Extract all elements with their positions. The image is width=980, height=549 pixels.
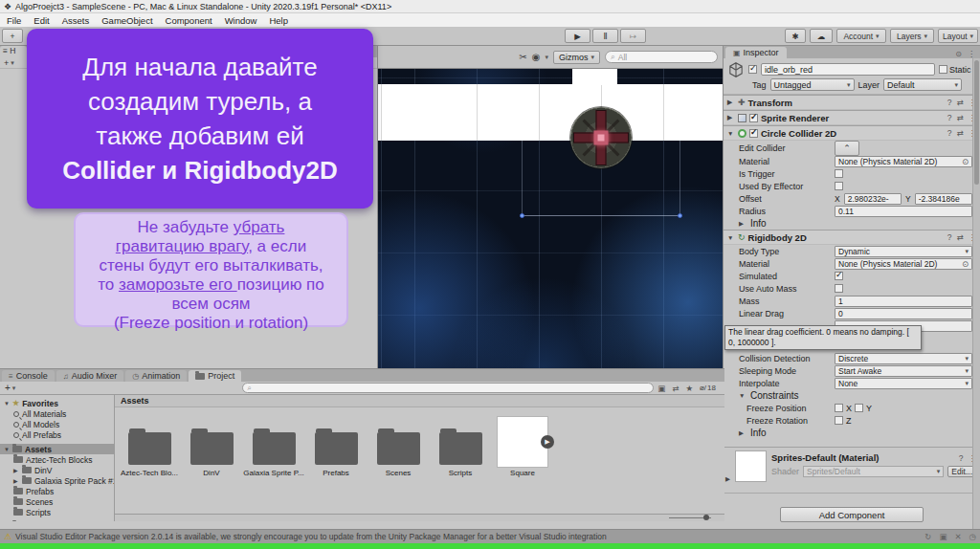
collab-button[interactable]: ✱ (785, 29, 806, 43)
kebab-menu-icon[interactable]: ⋮ (968, 50, 975, 58)
freeze-position-x-checkbox[interactable] (835, 404, 843, 412)
is-trigger-checkbox[interactable] (835, 169, 843, 178)
body-type-dropdown[interactable]: Dynamic ▾ (835, 246, 972, 257)
thumbnail-size-slider[interactable] (669, 517, 711, 518)
mass-field[interactable]: 1 (835, 296, 972, 307)
tree-all-models[interactable]: All Models (0, 419, 114, 429)
tab-project[interactable]: Project (189, 370, 241, 382)
preset-icon[interactable]: ⇄ (956, 98, 963, 107)
tree-scenes[interactable]: Scenes (0, 496, 114, 507)
shader-dropdown[interactable]: Sprites/Default ▾ (803, 466, 944, 477)
radius-field[interactable]: 0.11 (835, 206, 972, 217)
offset-x-field[interactable]: 2.980232e- (844, 193, 902, 205)
asset-square-sprite[interactable]: ▶ Square (492, 415, 553, 477)
turret-sprite[interactable] (570, 107, 632, 168)
interpolate-dropdown[interactable]: None ▾ (835, 378, 972, 389)
circle-collider-component-header[interactable]: ▼ Circle Collider 2D ? ⇄ ⋮ (724, 125, 980, 141)
material-object-field[interactable]: None (Physics Material 2D) ⊙ (835, 156, 972, 167)
tab-animation[interactable]: ◷ Animation (125, 370, 187, 382)
hidden-packages-toggle[interactable]: ⌀/ 18 (700, 384, 716, 392)
gameobject-active-checkbox[interactable] (748, 65, 757, 74)
tab-inspector[interactable]: ▣ Inspector (725, 47, 787, 58)
status-message[interactable]: Visual Studio Editor Package version 2.0… (15, 532, 607, 541)
sprite-renderer-enabled-checkbox[interactable] (749, 114, 758, 122)
used-by-effector-checkbox[interactable] (835, 182, 843, 190)
menu-window[interactable]: Window (225, 15, 257, 26)
layout-dropdown[interactable]: Layout ▾ (938, 29, 978, 43)
foldout-icon[interactable]: ▶ (13, 477, 19, 484)
material-thumbnail[interactable] (735, 450, 767, 482)
tree-packages[interactable]: ▶ Packages (0, 520, 114, 521)
tree-all-prefabs[interactable]: All Prefabs (0, 429, 114, 440)
save-search-icon[interactable]: ★ (685, 384, 693, 393)
foldout-icon[interactable]: ▶ (739, 429, 746, 437)
menu-edit[interactable]: Edit (33, 15, 49, 26)
tab-hierarchy[interactable]: ≡ H (0, 46, 27, 57)
inspector-scrollbar[interactable] (972, 58, 980, 529)
asset-folder-aztec[interactable]: Aztec-Tech Blo... (119, 415, 180, 477)
foldout-icon[interactable]: ▼ (727, 130, 735, 137)
collider-handle-right[interactable] (678, 213, 682, 218)
lock-icon[interactable]: ⊙ (955, 50, 962, 58)
menu-gameobject[interactable]: GameObject (101, 15, 152, 26)
preset-icon[interactable]: ⇄ (956, 128, 963, 138)
gizmos-dropdown[interactable]: Gizmos ▾ (553, 51, 600, 64)
foldout-icon[interactable]: ▼ (727, 234, 735, 241)
play-button[interactable]: ▶ (565, 29, 590, 43)
tree-prefabs[interactable]: Prefabs (0, 486, 114, 496)
search-by-type-icon[interactable]: ▣ (657, 384, 665, 393)
simulated-checkbox[interactable] (835, 272, 843, 280)
menu-file[interactable]: File (7, 15, 21, 26)
foldout-icon[interactable]: ▶ (727, 99, 735, 106)
transform-component-header[interactable]: ▶ ✚ Transform ? ⇄ ⋮ (724, 95, 980, 110)
menu-help[interactable]: Help (269, 15, 288, 26)
asset-folder-dinv[interactable]: DinV (181, 415, 242, 477)
scene-viewport[interactable] (378, 69, 723, 368)
tree-favorites[interactable]: ▼ ★ Favorites (0, 398, 114, 408)
collision-detection-dropdown[interactable]: Discrete ▾ (835, 353, 972, 364)
sprite-renderer-component-header[interactable]: ▶ Sprite Renderer ? ⇄ ⋮ (724, 110, 980, 125)
asset-folder-scenes[interactable]: Scenes (368, 415, 429, 477)
help-icon[interactable]: ? (959, 453, 964, 463)
help-icon[interactable]: ? (947, 113, 952, 122)
tree-aztec-tech-blocks[interactable]: Aztec-Tech Blocks (0, 454, 114, 465)
search-by-label-icon[interactable]: ⇄ (672, 384, 679, 393)
menu-assets[interactable]: Assets (62, 15, 90, 26)
expand-badge[interactable]: ▶ (541, 435, 554, 449)
hand-tool-button[interactable]: + (2, 29, 23, 43)
asset-folder-prefabs[interactable]: Prefabs (305, 415, 367, 477)
pause-button[interactable]: Ⅱ (592, 29, 618, 43)
preset-icon[interactable]: ⇄ (956, 232, 963, 242)
layers-dropdown[interactable]: Layers ▾ (890, 29, 934, 43)
tree-galaxia[interactable]: ▶ Galaxia Sprite Pack #1 (0, 475, 114, 486)
freeze-rotation-z-checkbox[interactable] (835, 416, 843, 425)
preset-icon[interactable]: ⇄ (956, 113, 963, 122)
foldout-icon[interactable]: ▶ (727, 114, 735, 121)
help-icon[interactable]: ? (947, 98, 952, 107)
add-component-button[interactable]: Add Component (780, 507, 924, 522)
foldout-icon[interactable]: ▶ (739, 220, 746, 228)
scene-camera-icon[interactable]: ◉ (532, 52, 541, 62)
collider-handle-left[interactable] (520, 213, 524, 218)
edit-collider-button[interactable]: ⌃ (835, 141, 859, 156)
layer-dropdown[interactable]: Default ▾ (883, 78, 962, 91)
tool-settings-icon[interactable]: ✂ (519, 52, 526, 62)
freeze-position-y-checkbox[interactable] (855, 404, 863, 412)
static-toggle[interactable]: Static ▾ (939, 65, 976, 75)
rb-material-object-field[interactable]: None (Physics Material 2D) ⊙ (835, 258, 972, 270)
help-icon[interactable]: ? (947, 128, 952, 138)
tab-audio-mixer[interactable]: ♫ Audio Mixer (56, 370, 124, 382)
asset-folder-galaxia[interactable]: Galaxia Sprite P... (243, 415, 304, 477)
menu-component[interactable]: Component (166, 15, 212, 26)
project-search-input[interactable]: ⌕ (242, 383, 654, 393)
rigidbody-component-header[interactable]: ▼ ↻ Rigidbody 2D ? ⇄ ⋮ (724, 230, 980, 245)
static-checkbox[interactable] (939, 65, 947, 74)
tree-dinv[interactable]: ▶ DinV (0, 465, 114, 475)
linear-drag-field[interactable]: 0 (835, 308, 972, 319)
project-create-button[interactable]: + ▾ (5, 383, 15, 393)
tree-scripts[interactable]: Scripts (0, 507, 114, 517)
help-icon[interactable]: ? (947, 232, 952, 242)
object-picker-icon[interactable]: ⊙ (962, 259, 969, 269)
object-picker-icon[interactable]: ⊙ (962, 157, 969, 166)
foldout-icon[interactable]: ▼ (4, 447, 10, 452)
